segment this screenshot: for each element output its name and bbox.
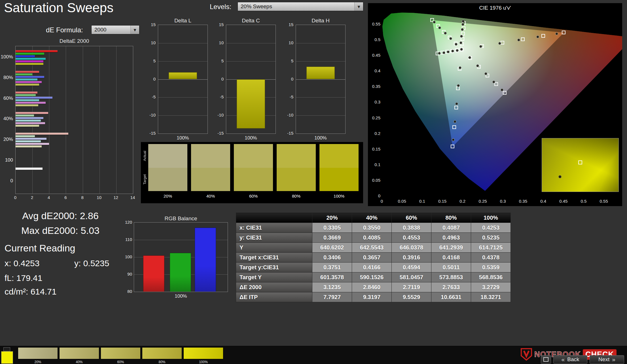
table-cell: 2.8460 (352, 282, 392, 292)
swatch-actual (277, 144, 316, 168)
deltae-bar (16, 138, 46, 140)
axis-tick-label: 100 (0, 158, 13, 163)
gridline (296, 79, 345, 80)
axis-tick-label: 15 (144, 22, 156, 27)
measurement-table: 20%40%60%80%100%x: CIE310.33050.35500.38… (236, 213, 511, 302)
axis-tick-label: 0.3 (368, 100, 380, 105)
active-patch[interactable] (1, 351, 13, 364)
deltae-bar (16, 102, 46, 104)
axis-tick-label: 0.2 (368, 131, 380, 136)
table-cell: 0.4087 (431, 223, 471, 233)
gridline (158, 97, 207, 98)
axis-tick-label: 0.35 (517, 199, 529, 204)
table-cell: 2.7119 (392, 282, 431, 292)
table-header-cell: 100% (471, 213, 511, 223)
axis-tick-label: 12 (112, 195, 120, 200)
cie-measured-marker (444, 32, 447, 35)
axis-tick-label: 0 (144, 77, 156, 82)
axis-tick-label: 4 (45, 195, 53, 200)
table-cell: 3.1235 (312, 282, 352, 292)
deltae-bar (16, 53, 44, 55)
deltae-bar (16, 122, 45, 124)
footer-thumbnail[interactable] (101, 347, 141, 359)
gridline (158, 115, 207, 116)
deltae-bar (16, 71, 39, 73)
chevron-down-icon: ▼ (354, 2, 363, 11)
axis-tick-label: 40% (0, 116, 13, 121)
axis-tick-label: 100% (0, 54, 13, 60)
swatch-label: 60% (234, 194, 273, 198)
current-reading-cdm2: cd/m²: 614.71 (5, 287, 56, 297)
deltae-bar (16, 133, 68, 135)
table-cell: 10.6631 (431, 292, 471, 302)
swatch-actual (148, 144, 187, 168)
cie-measured-marker (457, 84, 460, 87)
table-cell: 0.3305 (312, 223, 352, 233)
cie-target-marker (562, 31, 565, 34)
gridline (99, 46, 100, 194)
table-row-label: y: CIE31 (236, 233, 312, 243)
deltae-bar (16, 104, 38, 106)
axis-tick-label: 0 (212, 77, 224, 82)
page-title: Saturation Sweeps (4, 0, 113, 15)
axis-tick-label: 5 (212, 58, 224, 64)
cie-measured-marker (460, 35, 463, 38)
window-mode-button[interactable] (541, 355, 551, 364)
gridline (158, 61, 207, 62)
de-formula-dropdown[interactable]: 2000 ▼ (91, 25, 139, 34)
deltae-bar (16, 55, 35, 57)
cie-measured-marker (498, 42, 501, 45)
cie-target-marker (451, 145, 454, 148)
table-cell: 0.4253 (471, 223, 511, 233)
footer-thumbnail[interactable] (183, 347, 223, 359)
table-row: ΔE 20003.12352.84602.71192.76333.2729 (236, 282, 511, 292)
table-header-cell: 80% (431, 213, 471, 223)
gridline (66, 46, 66, 194)
footer-thumbnail[interactable] (142, 347, 182, 359)
deltae-bar (16, 84, 39, 86)
footer-thumbnail[interactable] (59, 347, 99, 359)
levels-dropdown[interactable]: 20% Sweeps ▼ (238, 2, 363, 11)
axis-tick-label: 0.05 (396, 199, 408, 204)
footer-thumbnail[interactable] (18, 347, 58, 359)
gridline (296, 115, 345, 116)
table-cell: 646.0378 (392, 243, 431, 253)
rgb-bar-blue (195, 228, 216, 292)
de-formula-value: 2000 (92, 27, 130, 33)
gridline (158, 79, 207, 80)
back-button[interactable]: « Back (553, 355, 587, 364)
table-cell: 0.3751 (312, 263, 352, 272)
cie-inset-target-marker (578, 160, 582, 164)
table-cell: 573.8853 (431, 272, 471, 282)
axis-tick-label: 0 (368, 193, 380, 198)
axis-tick-label: 110 (120, 237, 132, 242)
deltae-bar (16, 120, 41, 122)
swatch-target (277, 168, 316, 191)
cie-measured-marker (536, 35, 539, 38)
table-cell: 0.4166 (352, 263, 392, 272)
cie-target-marker (541, 34, 545, 38)
axis-label: 100% (158, 136, 208, 141)
table-cell: 601.3578 (312, 272, 352, 282)
next-button[interactable]: Next » (590, 355, 624, 364)
axis-tick-label: 100 (120, 254, 132, 259)
axis-tick-label: 0.35 (368, 84, 380, 89)
table-cell: 590.1526 (352, 272, 392, 282)
table-row-label: ΔE ITP (236, 292, 312, 302)
axis-tick-label: 0 (282, 77, 293, 82)
table-row-label: ΔE 2000 (236, 282, 312, 292)
cie-measured-marker (456, 49, 459, 52)
axis-tick-label: 0.05 (368, 178, 380, 183)
deltae-bar (16, 117, 43, 119)
de-formula-label: dE Formula: (46, 26, 83, 34)
deltae-plot (15, 46, 133, 194)
deltae-bar (16, 112, 48, 114)
swatch-row-label-target: Target (143, 168, 147, 191)
current-reading-fl: fL: 179.41 (5, 273, 42, 283)
axis-tick-label: 5 (144, 58, 156, 64)
gridline (296, 43, 345, 43)
table-header-row: 20%40%60%80%100% (236, 213, 511, 223)
cie-target-marker (501, 41, 504, 45)
table-row-label: Target Y (236, 272, 312, 282)
table-row: Target x:CIE310.34060.36570.39160.41680.… (236, 253, 511, 263)
